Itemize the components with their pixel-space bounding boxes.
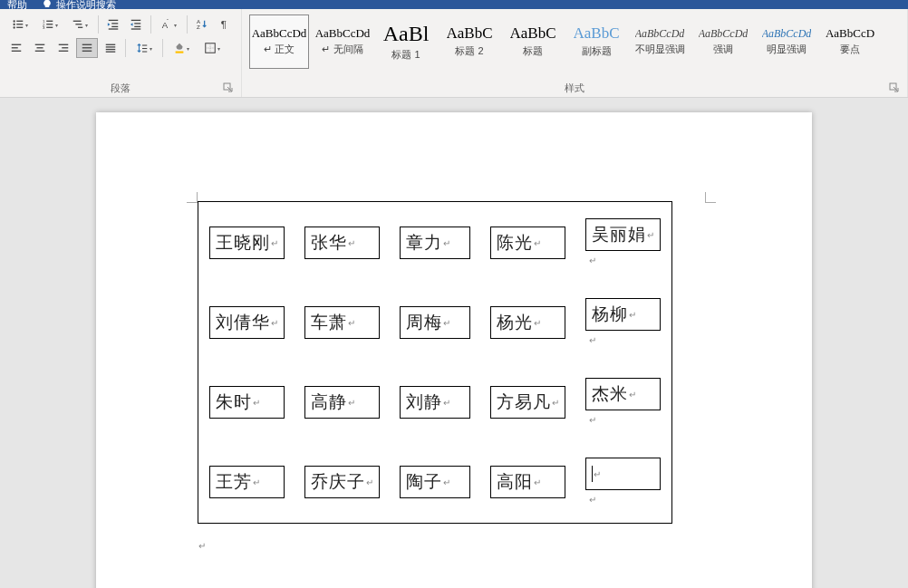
style-name: 不明显强调 [635,43,685,56]
styles-dialog-launcher[interactable] [889,82,900,93]
name-text: 朱时 [216,390,252,414]
table-cell[interactable]: 周梅↵ [391,284,479,361]
document-canvas[interactable]: 王晓刚↵张华↵章力↵陈光↵吴丽娟↵↵刘倩华↵车萧↵周梅↵杨光↵杨柳↵↵朱时↵高静… [0,98,908,588]
paragraph-mark: ↵ [443,318,450,328]
table-cell[interactable]: 高阳↵ [481,443,575,521]
svg-rect-22 [131,28,141,29]
indent-icon [130,18,142,31]
style-item[interactable]: AaBbC标题 [503,14,563,69]
svg-rect-38 [82,47,92,48]
table-cell[interactable]: 张华↵ [295,204,389,282]
table-cell[interactable]: ↵↵ [576,443,670,521]
name-label-box: 刘静↵ [400,386,470,419]
table-row: 王晓刚↵张华↵章力↵陈光↵吴丽娟↵↵ [200,204,670,282]
table-cell[interactable]: 杨柳↵↵ [576,284,670,361]
labels-table[interactable]: 王晓刚↵张华↵章力↵陈光↵吴丽娟↵↵刘倩华↵车萧↵周梅↵杨光↵杨柳↵↵朱时↵高静… [198,201,672,524]
bullets-icon [12,18,24,31]
margin-marker [705,192,716,203]
name-label-box: 王晓刚↵ [209,227,285,259]
style-item[interactable]: AaBl标题 1 [376,14,436,69]
style-name: 标题 [523,44,543,58]
style-item[interactable]: AaBbCcDd不明显强调 [630,14,690,69]
table-cell[interactable]: 车萧↵ [295,284,389,361]
table-cell[interactable]: 吴丽娟↵↵ [576,204,670,282]
paragraph-mark: ↵ [348,318,355,328]
table-cell[interactable]: 陶子↵ [391,443,479,521]
table-cell[interactable]: 王晓刚↵ [200,204,294,282]
distributed-icon [104,42,117,54]
style-preview: AaBbCcDd [252,27,307,39]
dialog-launcher-icon [223,82,234,93]
separator [98,15,99,34]
paragraph-dialog-launcher[interactable] [223,82,234,93]
tell-me-search[interactable]: 操作说明搜索 [42,0,116,9]
line-spacing-button[interactable]: ▾ [130,38,159,58]
borders-button[interactable]: ▾ [198,38,227,58]
table-cell[interactable]: 王芳↵ [200,443,294,521]
decrease-indent-button[interactable] [102,14,123,34]
paragraph-mark: ↵ [443,238,450,248]
page[interactable]: 王晓刚↵张华↵章力↵陈光↵吴丽娟↵↵刘倩华↵车萧↵周梅↵杨光↵杨柳↵↵朱时↵高静… [96,112,812,588]
align-center-button[interactable] [29,38,51,58]
title-bar: 帮助 操作说明搜索 [0,0,908,9]
name-label-box: 刘倩华↵ [209,306,285,339]
style-item[interactable]: AaBbCcDd明显强调 [757,14,816,69]
style-name: ↵ 无间隔 [322,43,362,56]
separator [150,15,151,34]
style-item[interactable]: AaBbCcD要点 [820,14,880,69]
name-label-box: 陶子↵ [400,466,470,498]
table-cell[interactable]: 高静↵ [295,363,389,441]
increase-indent-button[interactable] [125,14,146,34]
table-cell[interactable]: 陈光↵ [481,204,575,282]
sort-button[interactable]: AZ [191,14,212,34]
table-cell[interactable]: 乔庆子↵ [295,443,389,521]
name-label-box: 张华↵ [304,227,380,259]
table-row: 刘倩华↵车萧↵周梅↵杨光↵杨柳↵↵ [200,284,670,361]
name-text: 陈光 [497,231,533,255]
svg-rect-35 [62,47,68,48]
align-right-button[interactable] [53,38,74,58]
ribbon-group-styles: AaBbCcDd↵ 正文AaBbCcDd↵ 无间隔AaBl标题 1AaBbC标题… [242,9,908,97]
paragraph-mark: ↵ [443,398,450,408]
style-name: 明显强调 [767,43,807,56]
name-text: 王晓刚 [216,231,270,255]
table-cell[interactable]: 朱时↵ [200,363,294,441]
style-preview: AaBbCcDd [315,27,371,39]
style-item[interactable]: AaBbC副标题 [566,14,626,69]
name-label-box: 乔庆子↵ [304,466,380,498]
styles-gallery[interactable]: AaBbCcDd↵ 正文AaBbCcDd↵ 无间隔AaBl标题 1AaBbC标题… [247,13,902,82]
svg-rect-39 [82,51,92,52]
style-item[interactable]: AaBbC标题 2 [440,14,499,69]
style-item[interactable]: AaBbCcDd↵ 正文 [249,14,309,69]
show-marks-button[interactable]: ¶ [215,14,236,34]
justify-icon [81,42,93,54]
table-cell[interactable]: 杰米↵↵ [576,363,670,441]
table-cell[interactable]: 章力↵ [391,204,479,282]
table-cell[interactable]: 刘倩华↵ [200,284,294,361]
style-name: 要点 [840,43,860,56]
align-left-button[interactable] [5,38,27,58]
help-menu[interactable]: 帮助 [7,0,27,9]
style-preview: AaBbC [510,25,556,41]
text-cursor [592,466,593,482]
style-item[interactable]: AaBbCcDd↵ 无间隔 [313,14,372,69]
svg-rect-18 [108,28,118,29]
shading-button[interactable]: ▾ [167,38,196,58]
table-cell[interactable]: 方易凡↵ [481,363,575,441]
bullets-button[interactable]: ▾ [5,14,34,34]
paragraph-mark: ↵ [589,335,596,345]
margin-marker [187,192,198,203]
numbering-button[interactable]: 123▾ [35,14,63,34]
table-cell[interactable]: 杨光↵ [481,284,575,361]
name-text: 乔庆子 [311,470,365,494]
style-item[interactable]: AaBbCcDd强调 [693,14,753,69]
distributed-button[interactable] [100,38,121,58]
asian-layout-button[interactable]: Aˇ▾ [155,14,183,34]
dialog-launcher-icon [889,82,900,93]
name-text: 张华 [311,231,347,255]
table-cell[interactable]: 刘静↵ [391,363,479,441]
multilevel-list-button[interactable]: ▾ [66,14,94,34]
justify-button[interactable] [76,38,98,58]
name-label-box: 章力↵ [400,227,470,259]
paragraph-mark: ↵ [366,477,373,487]
